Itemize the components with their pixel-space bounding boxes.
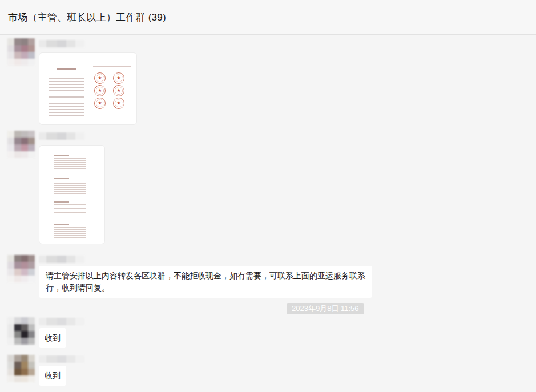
red-stamp-icon: ★ (94, 72, 106, 84)
message-content: 请主管安排以上内容转发各区块群，不能拒收现金，如有需要，可联系上面的亚运服务联系… (39, 255, 372, 298)
sender-name-redacted (39, 40, 84, 47)
sender-name-redacted (39, 132, 84, 140)
timestamp-badge: 2023年9月8日 11:56 (287, 303, 364, 314)
sender-avatar[interactable] (7, 317, 35, 345)
attached-image-document-stamps[interactable]: ★ ★ ★ ★ ★ ★ (39, 52, 137, 125)
sender-name-redacted (39, 318, 84, 325)
sender-name-redacted (39, 256, 84, 263)
message-row: 收到 (0, 355, 536, 386)
sender-avatar[interactable] (7, 255, 35, 282)
document-text-placeholder (49, 75, 84, 116)
message-bubble[interactable]: 收到 (39, 366, 66, 386)
star-icon: ★ (98, 76, 102, 80)
message-row: 请主管安排以上内容转发各区块群，不能拒收现金，如有需要，可联系上面的亚运服务联系… (0, 255, 536, 298)
chat-header: 市场（主管、班长以上）工作群 (39) (0, 0, 536, 35)
document-section-placeholder (54, 224, 86, 242)
star-icon: ★ (116, 101, 120, 106)
red-stamp-grid: ★ ★ ★ ★ ★ ★ (94, 72, 124, 109)
message-row (0, 131, 536, 244)
star-icon: ★ (98, 101, 102, 106)
document-section-placeholder (54, 201, 86, 219)
document-section-placeholder (54, 178, 86, 196)
message-bubble[interactable]: 收到 (39, 328, 66, 348)
sender-avatar[interactable] (7, 38, 35, 66)
message-list: ★ ★ ★ ★ ★ ★ (0, 35, 536, 386)
date-separator: 2023年9月8日 11:56 (287, 303, 364, 314)
sender-name-redacted (39, 355, 84, 363)
red-stamp-icon: ★ (113, 98, 124, 109)
message-content: 收到 (39, 355, 84, 386)
star-icon: ★ (116, 88, 120, 93)
message-content (39, 131, 105, 244)
group-chat-title: 市场（主管、班长以上）工作群 (39) (0, 11, 166, 24)
red-stamp-icon: ★ (113, 85, 124, 96)
star-icon: ★ (98, 88, 102, 93)
message-content: 收到 (39, 317, 84, 348)
message-row: 收到 (0, 317, 536, 348)
message-bubble[interactable]: 请主管安排以上内容转发各区块群，不能拒收现金，如有需要，可联系上面的亚运服务联系… (39, 266, 372, 298)
chat-window: 市场（主管、班长以上）工作群 (39) ★ ★ ★ ★ ★ ★ (0, 0, 536, 392)
document-text-placeholder (93, 66, 131, 67)
red-stamp-icon: ★ (94, 85, 106, 96)
document-title-placeholder (57, 68, 76, 70)
message-content: ★ ★ ★ ★ ★ ★ (39, 38, 137, 125)
attached-image-document-text[interactable] (39, 145, 105, 244)
sender-avatar[interactable] (7, 131, 35, 158)
star-icon: ★ (116, 76, 120, 80)
message-row: ★ ★ ★ ★ ★ ★ (0, 38, 536, 125)
red-stamp-icon: ★ (113, 72, 124, 84)
red-stamp-icon: ★ (94, 98, 106, 109)
sender-avatar[interactable] (7, 355, 35, 382)
document-section-placeholder (54, 155, 86, 172)
